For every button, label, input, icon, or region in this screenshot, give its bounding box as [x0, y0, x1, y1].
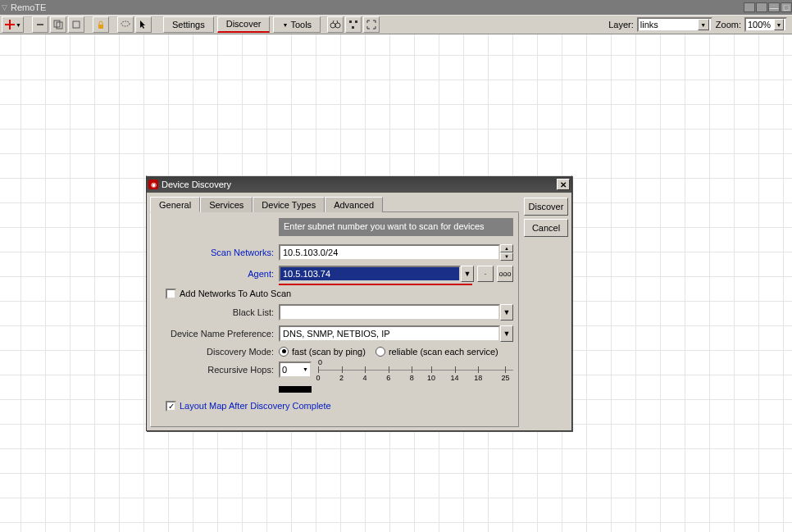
binoculars-icon — [330, 20, 341, 30]
scan-networks-spinner[interactable]: ▲▼ — [500, 244, 513, 261]
discovery-mode-label: Discovery Mode: — [156, 347, 279, 357]
chevron-down-icon: ▼ — [698, 19, 709, 30]
find-button[interactable] — [327, 16, 344, 33]
tab-general[interactable]: General — [150, 197, 200, 212]
plus-icon — [4, 19, 16, 30]
agent-select[interactable]: 10.5.103.74 — [279, 266, 461, 282]
recursive-hops-label: Recursive Hops: — [156, 361, 279, 375]
paste-button[interactable] — [68, 16, 84, 33]
tab-advanced[interactable]: Advanced — [325, 197, 383, 212]
mode-reliable-label: reliable (scan each service) — [389, 347, 498, 357]
discover-button[interactable]: Discover — [217, 16, 271, 33]
mode-reliable-radio[interactable] — [376, 347, 385, 357]
mode-fast-label: fast (scan by ping) — [292, 347, 366, 357]
tab-device-types[interactable]: Device Types — [253, 197, 325, 212]
window-title: RemoTE — [11, 2, 46, 12]
minimize-button[interactable]: — — [768, 2, 780, 12]
black-list-dropdown-button[interactable]: ▼ — [500, 304, 513, 321]
toolbar: ▼ Settings Discover ▼Tools Layer: links … — [0, 15, 792, 34]
agent-underline — [279, 284, 472, 285]
pointer-icon — [139, 20, 148, 30]
zoom-value: 100% — [748, 20, 771, 30]
copy-button[interactable] — [50, 16, 66, 33]
add-auto-scan-checkbox[interactable] — [166, 289, 176, 299]
layout-after-checkbox[interactable]: ✓ — [166, 401, 176, 412]
expand-icon — [366, 20, 376, 30]
slider-marker: 0 — [318, 358, 322, 366]
tab-services[interactable]: Services — [200, 197, 253, 212]
svg-point-5 — [121, 21, 130, 26]
paste-icon — [71, 20, 81, 30]
agent-dropdown-button[interactable]: ▼ — [461, 266, 474, 282]
dialog-title: Device Discovery — [162, 180, 231, 189]
zoom-select[interactable]: 100% ▼ — [744, 17, 787, 32]
discover-label: Discover — [226, 19, 262, 29]
pointer-button[interactable] — [135, 16, 152, 33]
dialog-icon: ◉ — [148, 180, 158, 189]
add-auto-scan-label: Add Networks To Auto Scan — [180, 289, 291, 298]
lasso-icon — [121, 20, 130, 30]
svg-point-6 — [330, 23, 335, 28]
agent-label: Agent: — [156, 269, 279, 279]
mode-fast-radio[interactable] — [279, 347, 289, 357]
lasso-button[interactable] — [117, 16, 134, 33]
tools-button[interactable]: ▼Tools — [273, 16, 321, 33]
scan-networks-input[interactable]: 10.5.103.0/24 — [279, 244, 500, 261]
recursive-hops-slider[interactable]: 0 0 2 4 6 8 10 14 18 25 — [318, 361, 513, 383]
svg-rect-3 — [73, 21, 80, 28]
dn-pref-dropdown-button[interactable]: ▼ — [500, 325, 513, 342]
zoom-label: Zoom: — [716, 20, 741, 30]
layer-value: links — [640, 20, 694, 30]
window-titlebar: ▽ RemoTE — □ — [0, 0, 792, 15]
window-menu-icon[interactable]: ▽ — [2, 3, 7, 11]
copy-icon — [53, 20, 63, 30]
svg-rect-0 — [37, 24, 43, 25]
minus-icon — [35, 20, 45, 30]
lock-icon — [96, 20, 106, 30]
dn-pref-label: Device Name Preference: — [156, 329, 279, 339]
chevron-down-icon: ▼ — [774, 19, 784, 30]
minus-button[interactable] — [32, 16, 48, 33]
discover-action-button[interactable]: Discover — [524, 198, 568, 216]
window-button-2[interactable] — [756, 2, 767, 12]
layer-label: Layer: — [608, 20, 634, 30]
recursive-hops-input[interactable]: 0▼ — [279, 361, 312, 378]
svg-rect-9 — [355, 20, 357, 23]
layer-select[interactable]: links ▼ — [637, 17, 712, 32]
agent-browse-button[interactable]: ooo — [497, 266, 513, 282]
close-icon: ✕ — [560, 180, 567, 189]
layout-after-label: Layout Map After Discovery Complete — [180, 401, 331, 411]
expand-button[interactable] — [363, 16, 380, 33]
cancel-button[interactable]: Cancel — [524, 219, 568, 237]
nodes-icon — [348, 20, 358, 30]
svg-rect-10 — [352, 26, 354, 29]
scan-networks-label: Scan Networks: — [156, 248, 279, 257]
canvas[interactable]: ◉ Device Discovery ✕ General Services De… — [0, 34, 792, 532]
settings-button[interactable]: Settings — [163, 16, 214, 33]
lock-button[interactable] — [93, 16, 109, 33]
dn-pref-select[interactable]: DNS, SNMP, NETBIOS, IP — [279, 325, 500, 342]
black-list-select[interactable] — [279, 304, 500, 321]
arrange-button[interactable] — [345, 16, 362, 33]
svg-rect-8 — [349, 20, 352, 23]
black-list-label: Black List: — [156, 307, 279, 317]
window-button-1[interactable] — [744, 2, 755, 12]
add-button[interactable]: ▼ — [2, 16, 24, 33]
hint-text: Enter subnet number you want to scan for… — [279, 218, 513, 236]
settings-label: Settings — [172, 20, 205, 30]
dialog-titlebar[interactable]: ◉ Device Discovery ✕ — [147, 176, 571, 193]
tools-label: Tools — [290, 20, 312, 30]
close-button[interactable]: ✕ — [557, 179, 570, 190]
tab-general-panel: Enter subnet number you want to scan for… — [150, 212, 519, 427]
svg-rect-4 — [98, 25, 103, 29]
dialog-tabs: General Services Device Types Advanced — [150, 196, 519, 212]
maximize-button[interactable]: □ — [781, 2, 792, 12]
hops-indicator — [279, 386, 312, 393]
agent-point-button[interactable]: · — [477, 266, 494, 282]
svg-point-7 — [335, 23, 340, 28]
device-discovery-dialog: ◉ Device Discovery ✕ General Services De… — [146, 175, 572, 431]
